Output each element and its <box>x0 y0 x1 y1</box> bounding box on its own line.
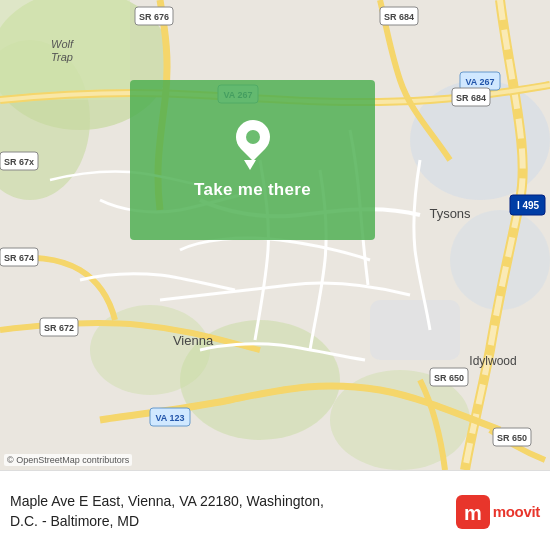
moovit-icon: m <box>456 495 490 529</box>
svg-text:SR 684: SR 684 <box>456 93 486 103</box>
svg-text:Wolf: Wolf <box>51 38 74 50</box>
svg-text:SR 684: SR 684 <box>384 12 414 22</box>
svg-text:SR 674: SR 674 <box>4 253 34 263</box>
svg-text:SR 650: SR 650 <box>434 373 464 383</box>
svg-text:Idylwood: Idylwood <box>469 354 516 368</box>
location-pin-icon <box>233 120 273 170</box>
svg-text:SR 67x: SR 67x <box>4 157 34 167</box>
svg-text:Tysons: Tysons <box>429 206 471 221</box>
svg-text:m: m <box>464 502 482 524</box>
info-bar: Maple Ave E East, Vienna, VA 22180, Wash… <box>0 470 550 550</box>
osm-attribution: © OpenStreetMap contributors <box>4 454 132 466</box>
address-line1: Maple Ave E East, Vienna, VA 22180, Wash… <box>10 493 324 509</box>
svg-text:SR 676: SR 676 <box>139 12 169 22</box>
svg-text:SR 650: SR 650 <box>497 433 527 443</box>
svg-rect-3 <box>0 0 130 100</box>
svg-point-7 <box>90 305 210 395</box>
svg-text:Vienna: Vienna <box>173 333 214 348</box>
take-me-there-button[interactable]: Take me there <box>194 180 311 200</box>
highlight-box: Take me there <box>130 80 375 240</box>
svg-text:SR 672: SR 672 <box>44 323 74 333</box>
svg-rect-9 <box>370 300 460 360</box>
moovit-brand: m moovit <box>456 495 540 529</box>
svg-text:I 495: I 495 <box>517 200 540 211</box>
map-container: SR 676 SR 684 VA 267 VA 267 SR 684 SR 67… <box>0 0 550 470</box>
svg-text:Trap: Trap <box>51 51 73 63</box>
moovit-text: moovit <box>493 503 540 520</box>
svg-text:VA 267: VA 267 <box>465 77 494 87</box>
address-text: Maple Ave E East, Vienna, VA 22180, Wash… <box>10 492 446 531</box>
address-line2: D.C. - Baltimore, MD <box>10 513 139 529</box>
svg-text:VA 123: VA 123 <box>155 413 184 423</box>
